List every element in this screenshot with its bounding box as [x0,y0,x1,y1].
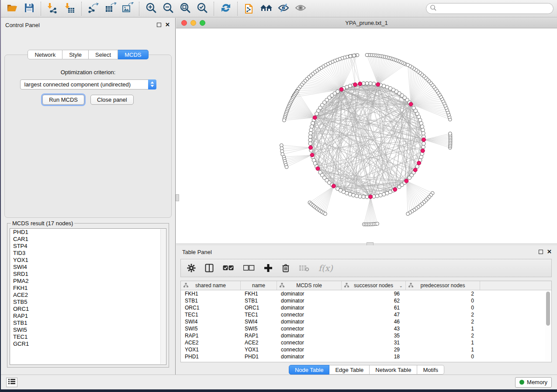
graph-node[interactable] [412,106,415,110]
graph-node[interactable] [349,55,352,58]
graph-node[interactable] [358,195,362,198]
search-input[interactable] [437,4,553,13]
tab-network[interactable]: Network [28,50,62,59]
graph-node[interactable] [449,132,452,135]
table-row[interactable]: ORC1ORC1dominator610 [181,304,551,311]
zoom-out-button[interactable] [159,2,176,16]
mcds-result-item[interactable]: PMA2 [10,278,166,285]
graph-node[interactable] [369,82,372,85]
graph-node[interactable] [415,165,419,168]
graph-node[interactable] [382,84,386,88]
list-scrollbar[interactable] [160,229,166,364]
table-scrollbar[interactable] [545,291,551,361]
graph-node[interactable] [310,125,314,128]
search-box[interactable] [426,3,554,14]
tab-select[interactable]: Select [89,50,118,59]
graph-node[interactable] [285,165,288,169]
mcds-result-item[interactable]: SRD1 [10,271,166,278]
graph-node[interactable] [282,119,286,122]
graph-node[interactable] [420,125,424,128]
graph-node[interactable] [315,112,318,115]
import-table-button[interactable] [61,2,78,16]
graph-node[interactable] [375,194,379,198]
share-network-button[interactable] [241,2,258,16]
graph-hub-node[interactable] [413,168,417,172]
graph-node[interactable] [311,121,315,125]
graph-hub-node[interactable] [421,149,425,153]
mcds-result-item[interactable]: PHD1 [10,229,166,236]
import-network-button[interactable] [44,2,61,16]
close-table-panel-icon[interactable]: ✕ [547,250,552,254]
graph-node[interactable] [365,53,369,57]
mcds-result-list[interactable]: PHD1CAR1STP4TID3YOX1SWI4SRD1PMA2FKH1ACE2… [10,228,166,365]
graph-hub-node[interactable] [332,184,336,188]
close-panel-icon[interactable]: ✕ [165,23,170,27]
network-window-titlebar[interactable]: YPA_prune.txt_1 [176,18,557,28]
graph-hub-node[interactable] [422,138,426,142]
column-header-name[interactable]: name [241,281,277,290]
graph-node[interactable] [308,135,312,138]
graph-node[interactable] [406,63,410,67]
deselect-all-icon[interactable] [243,265,255,271]
graph-node[interactable] [348,193,352,196]
node-table[interactable]: shared namenameMCDS rolesuccessor nodes⌄… [180,281,552,362]
table-row[interactable]: SWI5SWI5connector431 [181,325,551,332]
export-image-button[interactable] [119,2,136,16]
export-network-button[interactable] [85,2,102,16]
graph-node[interactable] [309,128,313,131]
table-scrollbar-thumb[interactable] [546,292,550,326]
network-graph[interactable] [176,28,557,243]
show-eye-button[interactable] [292,2,309,16]
graph-node[interactable] [355,194,358,198]
mcds-result-item[interactable]: SWI5 [10,327,166,334]
graph-hub-node[interactable] [310,153,314,157]
graph-hub-node[interactable] [339,87,343,91]
graph-hub-node[interactable] [369,195,373,199]
vertical-splitter-grip[interactable] [176,194,179,201]
graph-node[interactable] [352,193,355,197]
select-all-icon[interactable] [223,265,234,271]
save-button[interactable] [21,2,38,16]
tab-mcds[interactable]: MCDS [118,50,148,59]
graph-node[interactable] [362,82,365,85]
zoom-in-button[interactable] [142,2,159,16]
column-header-shared-name[interactable]: shared name [181,281,241,290]
task-history-button[interactable] [6,378,17,387]
graph-node[interactable] [309,131,312,135]
table-row[interactable]: YOX1YOX1connector291 [181,346,551,353]
graph-node[interactable] [362,195,365,199]
graph-hub-node[interactable] [409,102,413,106]
mcds-result-item[interactable]: STP4 [10,243,166,250]
mcds-result-item[interactable]: FKH1 [10,285,166,292]
table-row[interactable]: FKH1FKH1dominator962 [181,290,551,297]
tab-network-table[interactable]: Network Table [370,365,417,375]
mcds-result-item[interactable]: STB1 [10,320,166,327]
mcds-result-item[interactable]: RAP1 [10,313,166,320]
tab-edge-table[interactable]: Edge Table [329,365,370,375]
column-header-successor-nodes[interactable]: successor nodes⌄ [342,281,406,290]
graph-node[interactable] [422,142,426,145]
table-row[interactable]: RAP1RAP1dominator352 [181,332,551,339]
mcds-result-item[interactable]: TEC1 [10,334,166,340]
graph-hub-node[interactable] [309,145,313,149]
optimization-criterion-dropdown[interactable]: largest connected component (undirected) [20,79,156,89]
graph-node[interactable] [308,138,312,142]
graph-node[interactable] [324,212,327,216]
delete-table-icon[interactable] [299,264,309,272]
mcds-result-item[interactable]: CAR1 [10,236,166,243]
tab-motifs[interactable]: Motifs [417,365,444,375]
trash-icon[interactable] [282,264,290,272]
network-view[interactable] [176,28,557,243]
mcds-result-item[interactable]: ORC1 [10,306,166,313]
graph-node[interactable] [376,222,379,226]
graph-node[interactable] [421,128,425,131]
table-row[interactable]: SWI4SWI4dominator462 [181,318,551,325]
column-header-predecessor-nodes[interactable]: predecessor nodes [406,281,480,290]
graph-node[interactable] [352,54,356,57]
graph-hub-node[interactable] [358,82,362,86]
graph-hub-node[interactable] [417,161,421,165]
mcds-result-item[interactable]: SWI4 [10,264,166,271]
graph-hub-node[interactable] [405,179,408,183]
export-table-button[interactable] [102,2,119,16]
column-header-MCDS-role[interactable]: MCDS role [277,281,342,290]
